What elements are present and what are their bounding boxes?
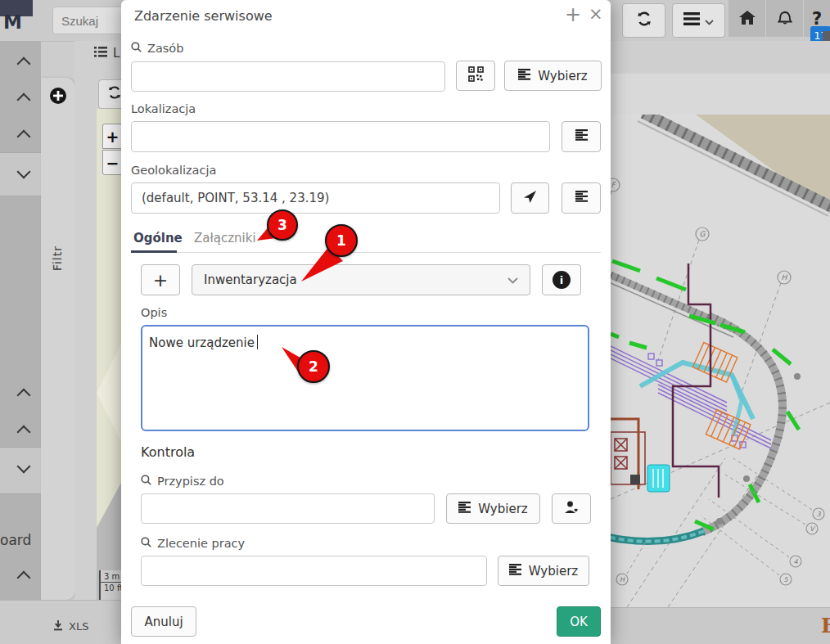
bell-icon <box>776 8 794 29</box>
tab-attachments[interactable]: Załączniki <box>194 231 256 245</box>
assign-to-me-button[interactable] <box>552 493 591 524</box>
event-type-value: Inwentaryzacja <box>204 272 297 287</box>
chevron-down-icon <box>705 13 714 29</box>
home-icon <box>738 9 756 29</box>
tab-strip-divider <box>131 252 601 253</box>
location-field-label: Lokalizacja <box>131 102 196 115</box>
map-polygon-light <box>97 336 121 450</box>
list-select-icon <box>575 129 588 144</box>
qr-code-icon <box>468 66 484 85</box>
assign-select-button[interactable]: Wybierz <box>446 493 540 524</box>
asset-input[interactable] <box>131 61 445 92</box>
person-heart-icon <box>564 500 579 518</box>
list-select-icon <box>458 502 471 516</box>
export-xls-button[interactable]: XLS <box>52 619 88 633</box>
cad-viewport[interactable]: F G H <box>611 115 830 607</box>
search-icon <box>141 537 151 550</box>
list-select-icon <box>575 191 588 205</box>
qr-scan-button[interactable] <box>456 61 495 91</box>
filter-tab-label: Filtr <box>51 245 64 271</box>
refresh-icon <box>107 85 122 103</box>
work-order-label: Zlecenie pracy <box>141 537 245 550</box>
asset-field-label: Zasób <box>131 42 183 55</box>
cad-drawing: F G H <box>611 115 830 607</box>
cad-corner-letter: E <box>821 614 830 637</box>
question-mark-icon: ? <box>812 9 822 29</box>
viewer-header <box>611 74 830 115</box>
secondary-toolbar <box>611 41 830 74</box>
control-heading: Kontrola <box>141 444 195 460</box>
tab-general[interactable]: Ogólne <box>133 231 183 245</box>
main-menu-button[interactable] <box>672 3 725 38</box>
chevron-down-icon <box>507 272 518 287</box>
cancel-button[interactable]: Anuluj <box>131 606 196 637</box>
text-cursor <box>257 335 259 349</box>
type-info-button[interactable]: i <box>542 264 581 295</box>
refresh-icon <box>636 11 652 30</box>
assign-to-label: Przypisz do <box>141 475 224 488</box>
search-icon <box>131 42 142 55</box>
search-input[interactable] <box>52 7 126 34</box>
refresh-button[interactable] <box>622 3 665 38</box>
layers-list-button[interactable]: L <box>94 46 120 61</box>
navigation-arrow-icon <box>523 190 537 207</box>
home-button[interactable] <box>729 0 765 37</box>
annotation-step-2: 2 <box>297 350 330 383</box>
sidebar-item-dashboard-partial[interactable]: oard <box>0 532 31 548</box>
export-label: XLS <box>69 620 88 633</box>
dialog-close-icon[interactable]: × <box>589 6 603 23</box>
map-zoom-in-button[interactable]: + <box>102 124 123 149</box>
event-type-dropdown[interactable]: Inwentaryzacja <box>192 264 530 295</box>
asset-select-button[interactable]: Wybierz <box>504 61 602 91</box>
work-order-select-button[interactable]: Wybierz <box>498 556 589 586</box>
locate-button[interactable] <box>511 182 549 214</box>
assign-to-input[interactable] <box>141 493 435 524</box>
ok-button[interactable]: OK <box>557 606 601 637</box>
annotation-step-3: 3 <box>267 209 298 241</box>
description-text: Nowe urządzenie <box>149 336 255 350</box>
filter-panel-tab[interactable] <box>41 78 74 600</box>
bottom-bar-right <box>611 607 830 644</box>
info-icon: i <box>553 271 571 289</box>
annotation-step-1: 1 <box>325 224 358 257</box>
layers-label: L <box>113 46 120 61</box>
active-tab-underline <box>131 250 177 253</box>
location-select-button[interactable] <box>562 121 601 152</box>
hamburger-icon <box>683 12 700 29</box>
service-event-dialog: Zdarzenie serwisowe + × Zasób Wybierz Lo… <box>121 0 611 644</box>
add-type-button[interactable]: + <box>141 264 180 295</box>
ref-label: H <box>620 576 625 583</box>
dialog-title: Zdarzenie serwisowe <box>134 8 273 24</box>
geolocation-field-label: Geolokalizacja <box>131 164 216 177</box>
geolocation-input[interactable] <box>131 182 500 214</box>
grid-label: G <box>700 230 706 238</box>
circle-plus-icon[interactable] <box>49 87 67 108</box>
location-input[interactable] <box>131 121 550 152</box>
description-label: Opis <box>141 306 167 319</box>
application-window: M ? 17 oard F <box>0 0 830 644</box>
list-icon <box>94 46 107 61</box>
list-select-icon <box>518 69 530 83</box>
list-select-icon <box>509 564 521 579</box>
map-zoom-out-button[interactable]: − <box>102 150 123 175</box>
download-icon <box>52 619 64 633</box>
dialog-add-icon[interactable]: + <box>565 5 581 25</box>
description-textarea[interactable]: Nowe urządzenie <box>141 325 589 431</box>
notifications-button[interactable] <box>766 0 803 37</box>
geolocation-select-button[interactable] <box>562 182 601 214</box>
search-icon <box>141 475 151 488</box>
app-logo: M <box>3 11 22 33</box>
work-order-input[interactable] <box>141 556 487 586</box>
